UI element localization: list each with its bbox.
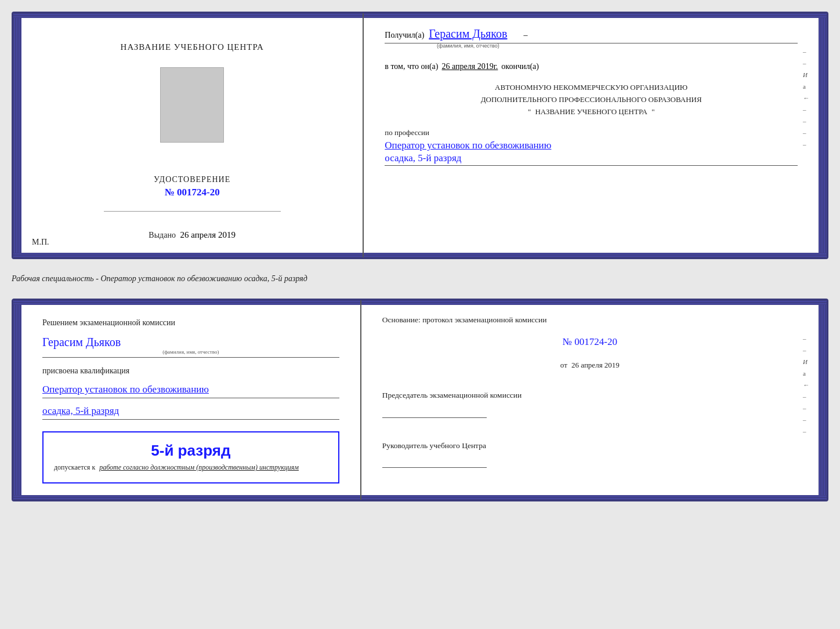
bottom-card-right-panel: Основание: протокол экзаменационной коми…	[361, 300, 819, 500]
name-sublabel-top: (фамилия, имя, отчество)	[429, 43, 507, 49]
profession-grade-top: осадка, 5-й разряд	[385, 152, 461, 163]
school-name-top: НАЗВАНИЕ УЧЕБНОГО ЦЕНТРА	[121, 42, 264, 52]
chairman-block: Председатель экзаменационной комиссии	[382, 390, 798, 420]
completion-date: 26 апреля 2019г.	[441, 62, 498, 71]
decision-label: Решением экзаменационной комиссии	[42, 317, 339, 329]
profession-label: по профессии	[385, 128, 798, 137]
org-name: НАЗВАНИЕ УЧЕБНОГО ЦЕНТРА	[535, 107, 647, 116]
director-block: Руководитель учебного Центра	[382, 440, 798, 470]
left-spine	[13, 13, 21, 257]
chairman-label: Председатель экзаменационной комиссии	[382, 390, 798, 401]
stamp-big-text: 5-й разряд	[54, 442, 328, 460]
stamp-small-text: допускается к работе согласно должностны…	[54, 463, 328, 472]
cert-number-display: № 001724-20	[154, 187, 230, 198]
org-line1: АВТОНОМНУЮ НЕКОММЕРЧЕСКУЮ ОРГАНИЗАЦИЮ	[385, 82, 798, 94]
separator-text: Рабочая специальность - Оператор установ…	[12, 270, 828, 288]
top-card-left-panel: НАЗВАНИЕ УЧЕБНОГО ЦЕНТРА УДОСТОВЕРЕНИЕ №…	[21, 13, 364, 257]
right-spine-top	[819, 13, 827, 257]
basis-label: Основание: протокол экзаменационной коми…	[382, 314, 798, 326]
director-label: Руководитель учебного Центра	[382, 440, 798, 452]
profession-block: по профессии Оператор установок по обезв…	[385, 128, 798, 166]
org-name-quoted: " НАЗВАНИЕ УЧЕБНОГО ЦЕНТРА "	[385, 106, 798, 118]
mp-label: М.П.	[32, 238, 49, 247]
finished-label: окончил(а)	[501, 62, 539, 71]
qualification-label: присвоена квалификация	[42, 365, 339, 377]
in-that-prefix: в том, что он(а)	[385, 62, 438, 71]
org-block: АВТОНОМНУЮ НЕКОММЕРЧЕСКУЮ ОРГАНИЗАЦИЮ ДО…	[385, 82, 798, 118]
top-card-right-panel: Получил(а) Герасим Дьяков (фамилия, имя,…	[364, 13, 819, 257]
date-line-bottom: от 26 апреля 2019	[382, 361, 798, 370]
org-line2: ДОПОЛНИТЕЛЬНОГО ПРОФЕССИОНАЛЬНОГО ОБРАЗО…	[385, 94, 798, 106]
stamp-prefix: допускается к	[54, 463, 95, 471]
bottom-document-card: Решением экзаменационной комиссии Гераси…	[12, 299, 828, 501]
side-decoration-right: – – И а ← – – – –	[803, 48, 809, 148]
profession-name: Оператор установок по обезвоживанию	[385, 140, 798, 151]
director-signature-line	[382, 454, 487, 468]
issued-label: Выдано	[149, 231, 176, 239]
cert-number-value: 001724-20	[177, 187, 220, 198]
qualification-line2: осадка, 5-й разряд	[42, 405, 119, 416]
recipient-name-top: Герасим Дьяков (фамилия, имя, отчество)	[429, 27, 507, 41]
person-name-bottom: Герасим Дьяков	[42, 336, 121, 348]
date-prefix: от	[560, 361, 567, 369]
cert-label: УДОСТОВЕРЕНИЕ	[154, 175, 230, 184]
issued-date-line: Выдано 26 апреля 2019	[149, 230, 236, 240]
protocol-number: № 001724-20	[382, 336, 798, 348]
divider-1	[104, 211, 281, 212]
left-spine-bottom	[13, 300, 21, 500]
chairman-signature-line	[382, 404, 487, 418]
stamp-italic-text: работе согласно должностным (производств…	[99, 463, 299, 471]
qualification-stamp: 5-й разряд допускается к работе согласно…	[42, 431, 339, 483]
photo-placeholder	[160, 67, 224, 143]
issued-date-value: 26 апреля 2019	[180, 230, 236, 239]
cert-number-prefix: №	[165, 187, 175, 198]
qualification-line1: Оператор установок по обезвоживанию	[42, 384, 339, 395]
received-prefix: Получил(а)	[385, 31, 424, 40]
name-sublabel-bottom: (фамилия, имя, отчество)	[42, 349, 339, 355]
top-document-card: НАЗВАНИЕ УЧЕБНОГО ЦЕНТРА УДОСТОВЕРЕНИЕ №…	[12, 12, 828, 259]
side-decoration-right-bottom: – – И а ← – – – –	[803, 335, 809, 435]
bottom-card-left-panel: Решением экзаменационной комиссии Гераси…	[21, 300, 361, 500]
date-value-bottom: 26 апреля 2019	[571, 361, 620, 369]
right-spine-bottom	[819, 300, 827, 500]
qualification-block: Оператор установок по обезвоживанию	[42, 384, 339, 398]
